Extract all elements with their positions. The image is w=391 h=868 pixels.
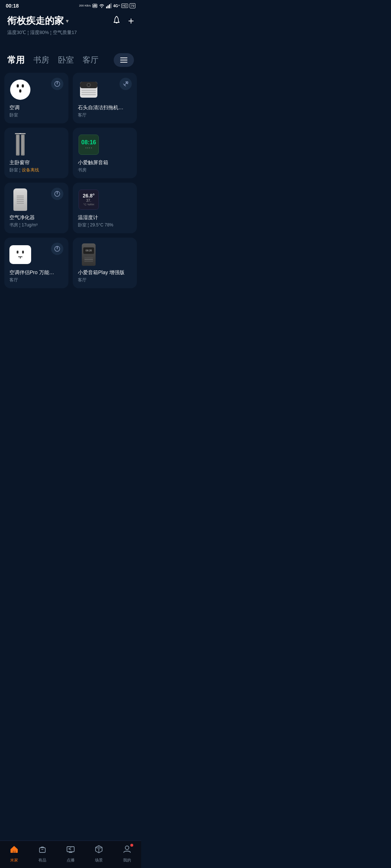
device-card-thermometer[interactable]: 26.8° 37. °C %RH 温湿度计 卧室 ¦ 29.5°C 78%	[73, 183, 137, 233]
svg-rect-5	[108, 5, 109, 8]
thermo-display: 26.8° 37. °C %RH	[79, 190, 99, 210]
status-bar: 00:18 200 KB/s 4G⁺ HD 79	[0, 0, 141, 10]
thermo-temp: 26.8°	[83, 193, 95, 199]
network-type: 4G⁺	[113, 4, 120, 8]
speakerplay-name: 小爱音箱Play 增强版	[78, 269, 132, 276]
aircon-icon	[9, 78, 31, 101]
notification-dot	[130, 844, 133, 847]
tab-bedroom[interactable]: 卧室	[58, 55, 74, 65]
speaker-play-device-icon: 08:26	[82, 243, 96, 266]
device-card-curtain[interactable]: 主卧窗帘 卧室 ¦ 设备离线	[4, 128, 68, 178]
device-card-purifier[interactable]: 空气净化器 书房 ¦ 17ug/m³	[4, 183, 68, 233]
thermometer-icon-area: 26.8° 37. °C %RH	[78, 188, 100, 211]
aircon-power-button[interactable]	[51, 78, 63, 90]
thermometer-name: 温湿度计	[78, 214, 132, 221]
wifi-icon	[99, 3, 105, 8]
aircon-name: 空调	[9, 105, 63, 111]
speakerplay-location: 客厅	[78, 277, 132, 283]
device-card-speakerplay[interactable]: 08:26 小爱音箱Play 增强版 客厅	[73, 238, 137, 288]
nav-live-label: 点播	[67, 858, 75, 863]
nav-youpin[interactable]: 有品	[31, 844, 53, 863]
plug-ground-icon	[17, 255, 24, 259]
device-card-robot[interactable]: 石头自清洁扫拖机… 客厅	[73, 73, 137, 123]
accompanion-name: 空调伴侣Pro 万能…	[9, 269, 63, 276]
robot-name: 石头自清洁扫拖机…	[78, 105, 132, 111]
header: 衔枚疾走的家 ▾ + 温度30℃ ¦ 湿度80% ¦ 空气质量17	[0, 10, 141, 39]
svg-rect-29	[39, 848, 45, 852]
device-card-accompanion[interactable]: 空调伴侣Pro 万能… 客厅	[4, 238, 68, 288]
nav-scene[interactable]: 场景	[88, 844, 110, 863]
clock-time: 08:16	[81, 140, 96, 145]
plug-device-icon	[9, 245, 31, 264]
purifier-icon-area	[9, 188, 31, 211]
nav-mijia[interactable]: 米家	[3, 844, 25, 863]
notification-button[interactable]	[112, 16, 121, 26]
curtain-location: 卧室 ¦ 设备离线	[9, 167, 63, 173]
clock-status: • • • •	[85, 146, 92, 149]
offline-badge: 设备离线	[22, 167, 39, 173]
home-icon	[9, 844, 19, 856]
locate-icon	[122, 80, 129, 88]
speaker-icon-area: 08:16 • • • •	[78, 133, 100, 156]
thermo-unit: °C %RH	[83, 203, 94, 206]
tab-living[interactable]: 客厅	[83, 55, 98, 65]
svg-rect-14	[81, 94, 96, 95]
svg-line-34	[69, 848, 71, 849]
svg-rect-2	[94, 4, 95, 7]
thermo-humid: 37.	[86, 199, 91, 203]
thermometer-location: 卧室 ¦ 29.5°C 78%	[78, 222, 132, 228]
home-title[interactable]: 衔枚疾走的家 ▾	[7, 14, 68, 27]
speaker-play-display: 08:26	[83, 247, 94, 254]
svg-rect-12	[81, 90, 96, 91]
svg-rect-19	[20, 133, 21, 134]
plug-power-button[interactable]	[51, 243, 63, 255]
plug-icon-area	[9, 243, 31, 266]
tab-menu-button[interactable]	[114, 53, 134, 67]
robot-vacuum-icon	[79, 79, 99, 101]
nav-mine[interactable]: 我的	[116, 844, 138, 863]
tab-common[interactable]: 常用	[7, 54, 25, 66]
sim-icon	[92, 3, 97, 8]
svg-rect-1	[93, 5, 94, 7]
curtain-icon-area	[9, 133, 31, 156]
speakerplay-icon-area: 08:26	[78, 243, 100, 266]
svg-rect-6	[109, 4, 110, 8]
svg-rect-23	[22, 135, 24, 154]
robot-action-button[interactable]	[119, 78, 132, 90]
power-icon	[54, 245, 61, 252]
signal-icon	[106, 3, 112, 8]
purifier-power-button[interactable]	[51, 188, 63, 200]
svg-rect-31	[67, 847, 74, 852]
battery-icon: 79	[130, 3, 135, 8]
bottom-nav: 米家 有品 点播	[0, 841, 141, 868]
device-card-aircon[interactable]: 空调 卧室	[4, 73, 68, 123]
svg-rect-28	[13, 850, 15, 853]
add-button[interactable]: +	[128, 15, 134, 27]
curtain-name: 主卧窗帘	[9, 159, 63, 166]
power-icon	[54, 80, 61, 88]
svg-point-41	[125, 846, 129, 850]
status-time: 00:18	[6, 3, 19, 9]
status-icons: 200 KB/s 4G⁺ HD 79	[79, 3, 135, 8]
svg-rect-7	[110, 3, 112, 8]
svg-rect-30	[41, 849, 43, 850]
curtain-icon	[15, 133, 26, 156]
svg-line-35	[69, 849, 71, 850]
hd-badge: HD	[121, 4, 128, 8]
svg-line-38	[96, 847, 99, 849]
bell-icon	[112, 16, 121, 24]
robot-location: 客厅	[78, 112, 132, 118]
svg-line-39	[99, 847, 102, 849]
shop-icon	[38, 844, 47, 856]
device-card-speaker[interactable]: 08:16 • • • • 小爱触屏音箱 书房	[73, 128, 137, 178]
purifier-location: 书房 ¦ 17ug/m³	[9, 222, 63, 228]
nav-scene-label: 场景	[95, 858, 103, 863]
power-icon	[54, 190, 61, 197]
nav-youpin-label: 有品	[38, 858, 46, 863]
tab-study[interactable]: 书房	[33, 55, 49, 65]
accompanion-location: 客厅	[9, 277, 63, 283]
nav-live[interactable]: 点播	[60, 844, 81, 863]
svg-rect-13	[81, 92, 96, 93]
speaker-name: 小爱触屏音箱	[78, 159, 132, 166]
svg-rect-21	[17, 135, 18, 154]
